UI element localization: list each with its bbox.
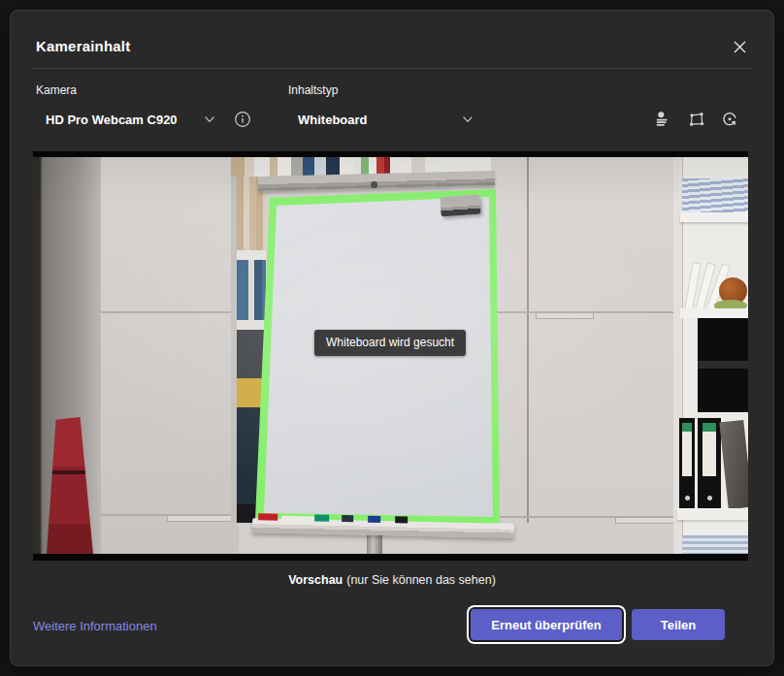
chevron-down-icon [461, 113, 474, 126]
paper-stack [682, 178, 748, 212]
open-shelf [673, 157, 748, 554]
ring-binder [698, 418, 721, 509]
preview-toolbar [653, 109, 740, 130]
paper-stack [682, 535, 748, 554]
marker [258, 513, 278, 520]
frame-corners-icon [687, 110, 706, 129]
marker [314, 515, 329, 522]
preview-caption: Vorschau(nur Sie können das sehen) [11, 573, 773, 587]
marker [395, 516, 408, 523]
person-segmentation-button[interactable] [653, 109, 674, 130]
detection-status-badge: Whiteboard wird gesucht [314, 330, 466, 356]
page-title: Kamerainhalt [36, 38, 130, 54]
marker [368, 516, 380, 523]
whiteboard-eraser [440, 195, 480, 217]
content-type-select[interactable]: Whiteboard [298, 107, 474, 132]
camera-label: Kamera [36, 83, 77, 97]
rotate-button[interactable] [719, 109, 740, 130]
more-information-link[interactable]: Weitere Informationen [33, 619, 157, 633]
share-button[interactable]: Teilen [632, 609, 725, 640]
ring-binder [679, 418, 695, 509]
chevron-down-icon [203, 113, 216, 126]
info-icon [233, 110, 252, 129]
recheck-button[interactable]: Erneut überprüfen [471, 609, 622, 640]
printer [698, 318, 748, 412]
close-button[interactable] [727, 34, 752, 59]
cabinet-handle [615, 518, 675, 524]
frame-corners-button[interactable] [686, 109, 707, 130]
person-segmentation-icon [654, 110, 673, 129]
cabinet-handle [536, 313, 594, 319]
content-type-label: Inhaltstyp [288, 83, 338, 97]
cabinet-handle [167, 516, 233, 522]
cabinet-left [101, 157, 239, 554]
close-icon [733, 40, 747, 54]
camera-preview: Whiteboard wird gesucht [33, 151, 748, 561]
header-divider [33, 68, 751, 69]
easel-stand [367, 534, 382, 554]
marker [342, 515, 353, 522]
camera-content-dialog: Kamerainhalt Kamera HD Pro Webcam C920 I… [10, 10, 774, 666]
camera-select[interactable]: HD Pro Webcam C920 [46, 107, 216, 132]
rotate-icon [720, 110, 739, 129]
content-type-select-value: Whiteboard [298, 113, 368, 127]
preview-caption-note: (nur Sie können das sehen) [346, 573, 496, 587]
camera-select-value: HD Pro Webcam C920 [46, 113, 178, 127]
camera-info-button[interactable] [233, 110, 252, 129]
preview-caption-title: Vorschau [288, 573, 343, 587]
